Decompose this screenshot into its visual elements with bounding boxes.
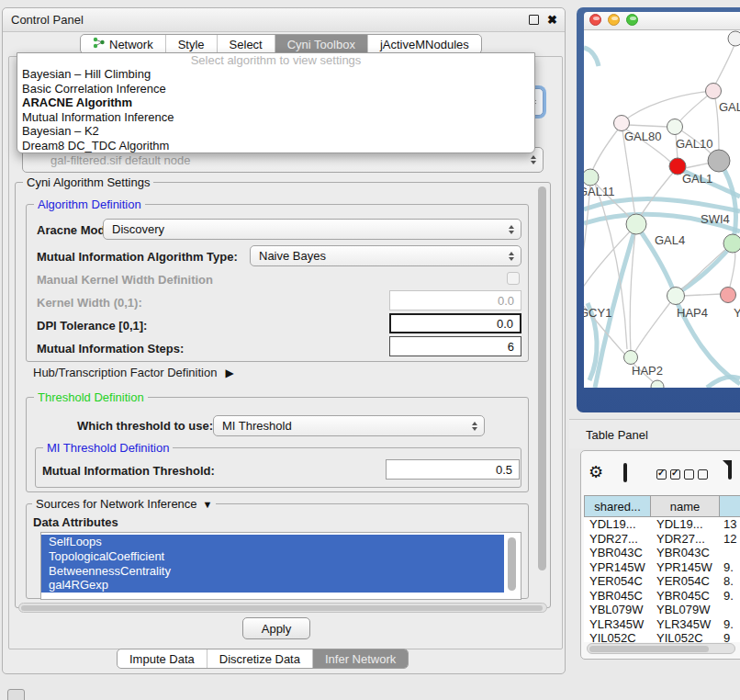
horizontal-scrollbar-thumb[interactable] (21, 605, 543, 612)
tab-impute-data[interactable]: Impute Data (118, 649, 207, 668)
mi-steps-label: Mutual Information Steps: (37, 342, 184, 356)
table-cell: YER054C (651, 574, 720, 589)
network-edge[interactable] (715, 42, 735, 85)
table-row[interactable]: YDL19...YDL19...13 (584, 517, 740, 532)
column-header-3[interactable] (720, 495, 740, 517)
network-node-y[interactable] (721, 288, 736, 303)
list-scrollbar-thumb[interactable] (508, 537, 516, 591)
network-node-gal11[interactable] (584, 169, 599, 186)
table-row[interactable]: YBR043CYBR043C (584, 546, 740, 560)
attribute-item-betweennesscentrality[interactable]: BetweennessCentrality (41, 564, 504, 579)
new-table-icon[interactable] (728, 460, 732, 480)
close-window-icon[interactable] (589, 14, 601, 26)
network-window-titlebar[interactable] (584, 12, 740, 30)
network-node-hap4[interactable] (667, 288, 685, 305)
network-node-swi4[interactable] (723, 234, 740, 253)
split-columns-icon[interactable] (623, 463, 627, 482)
collapsed-panel-icon[interactable] (7, 689, 25, 700)
network-node[interactable] (708, 150, 730, 172)
tab-cyni-toolbox[interactable]: Cyni Toolbox (275, 35, 367, 53)
network-edge[interactable] (730, 250, 735, 287)
table-cell: YBL079W (651, 603, 720, 617)
network-node-gal4[interactable] (626, 214, 646, 234)
network-edge[interactable] (592, 130, 618, 171)
tab-select[interactable]: Select (217, 35, 275, 53)
network-edge[interactable] (623, 91, 713, 121)
network-edge[interactable] (682, 294, 722, 296)
network-edge[interactable] (628, 125, 667, 127)
control-panel-titlebar[interactable]: Control Panel ✖ (3, 8, 565, 32)
mi-threshold-field[interactable]: 0.5 (386, 459, 520, 480)
table-row[interactable]: YBR045CYBR045C9. (584, 589, 740, 604)
algorithm-option-bayesian-k2[interactable]: Bayesian – K2 (17, 124, 534, 139)
dpi-tolerance-field[interactable]: 0.0 (389, 313, 521, 333)
hub-definition-expander[interactable]: Hub/Transcription Factor Definition (33, 366, 234, 379)
network-canvas[interactable]: GALGAL80GAL10GAL1GAL11GAL4SWI4GCY1HAP4YH… (584, 30, 740, 388)
manual-kernel-width-checkbox[interactable] (507, 272, 520, 285)
network-edge[interactable] (584, 184, 590, 285)
zoom-window-icon[interactable] (626, 14, 638, 26)
network-edge[interactable] (584, 199, 740, 211)
network-node-hap2[interactable] (624, 351, 638, 365)
select-all-checkboxes-icon[interactable] (656, 469, 680, 480)
settings-horizontal-scrollbar[interactable] (18, 603, 547, 613)
network-edge[interactable] (639, 173, 673, 219)
table-horizontal-scrollbar[interactable] (587, 643, 735, 654)
tab-style[interactable]: Style (165, 35, 217, 53)
column-header-shared[interactable]: shared... (584, 495, 651, 517)
network-node-gal[interactable] (706, 84, 722, 99)
algorithm-option-aracne-algorithm[interactable]: ARACNE Algorithm (17, 96, 534, 110)
apply-button[interactable]: Apply (242, 617, 310, 639)
network-edge[interactable] (680, 248, 727, 290)
deselect-all-checkboxes-icon[interactable] (684, 469, 708, 480)
float-window-icon[interactable] (529, 15, 539, 25)
column-header-name[interactable]: name (651, 495, 720, 517)
algorithm-option-dream8-dc-tdc-algorithm[interactable]: Dream8 DC_TDC Algorithm (17, 139, 534, 153)
algorithm-option-basic-correlation-inference[interactable]: Basic Correlation Inference (17, 82, 534, 96)
tab-network[interactable]: Network (81, 35, 165, 53)
tab-infer-network[interactable]: Infer Network (312, 649, 408, 668)
data-attributes-list[interactable]: SelfLoopsTopologicalCoefficientBetweenne… (40, 532, 521, 600)
sources-expander[interactable]: Sources for Network Inference (32, 497, 216, 511)
close-icon[interactable]: ✖ (547, 14, 557, 26)
minimize-window-icon[interactable] (608, 14, 620, 26)
network-edge[interactable] (685, 163, 712, 168)
network-edge[interactable] (584, 48, 599, 66)
attribute-item-topologicalcoefficient[interactable]: TopologicalCoefficient (41, 549, 504, 564)
table-row[interactable]: YIL052CYIL052C9 (584, 631, 740, 642)
settings-vertical-scrollbar[interactable] (538, 186, 546, 570)
table-row[interactable]: YER054CYER054C8. (584, 574, 740, 589)
expand-right-icon (225, 367, 233, 379)
manual-kernel-width-label: Manual Kernel Width Definition (37, 273, 213, 287)
combo-stepper-icon (509, 252, 514, 261)
attribute-item-gal4rgexp[interactable]: gal4RGexp (41, 578, 504, 593)
aracne-mode-combobox[interactable]: Discovery (103, 219, 521, 240)
attribute-item-selfloops[interactable]: SelfLoops (41, 535, 504, 549)
hub-definition-label: Hub/Transcription Factor Definition (33, 366, 217, 379)
network-edge[interactable] (622, 130, 635, 217)
table-row[interactable]: YBL079WYBL079W (584, 603, 740, 617)
table-row[interactable]: YDR27...YDR27...12 (584, 532, 740, 547)
network-view-window[interactable]: GALGAL80GAL10GAL1GAL11GAL4SWI4GCY1HAP4YH… (577, 7, 740, 412)
aracne-mode-value: Discovery (112, 222, 164, 236)
mi-steps-value: 6 (508, 340, 514, 354)
network-node-gal80[interactable] (614, 116, 630, 131)
table-row[interactable]: YPR145WYPR145W9. (584, 560, 740, 575)
which-threshold-combobox[interactable]: MI Threshold (213, 415, 485, 436)
tab-discretize-data[interactable]: Discretize Data (207, 649, 312, 668)
network-node[interactable] (728, 31, 740, 46)
network-edge[interactable] (634, 301, 671, 353)
node-label-gal80: GAL80 (624, 130, 661, 143)
table-row[interactable]: YLR345WYLR345W9. (584, 617, 740, 632)
table-scrollbar-thumb[interactable] (589, 646, 709, 652)
mi-steps-field[interactable]: 6 (389, 336, 521, 356)
kernel-width-field[interactable]: 0.0 (389, 290, 521, 310)
table-cell: 9 (720, 631, 740, 642)
network-node-gal10[interactable] (667, 119, 683, 135)
algorithm-option-mutual-information-inference[interactable]: Mutual Information Inference (17, 110, 534, 125)
network-edge[interactable] (719, 161, 736, 243)
mi-algorithm-type-combobox[interactable]: Naive Bayes (250, 245, 521, 266)
algorithm-option-bayesian-hill-climbing[interactable]: Bayesian – Hill Climbing (17, 67, 534, 82)
gear-icon[interactable] (589, 464, 603, 480)
tab-jactivemnodules[interactable]: jActiveMNodules (367, 35, 481, 53)
